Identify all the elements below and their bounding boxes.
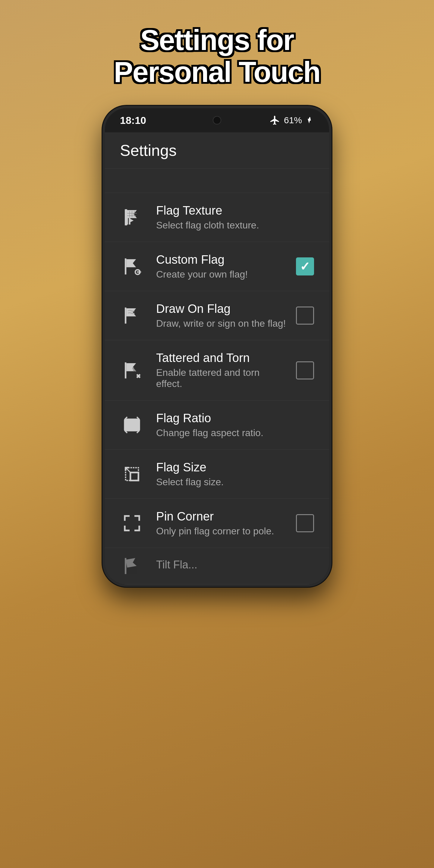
svg-rect-19 bbox=[130, 472, 138, 481]
app-bar: Settings bbox=[105, 132, 329, 169]
battery-bolt-icon bbox=[306, 116, 314, 124]
flag-texture-text: Flag Texture Select flag cloth texture. bbox=[156, 204, 314, 231]
custom-flag-checkbox[interactable] bbox=[296, 257, 314, 276]
draw-flag-subtitle: Draw, write or sign on the flag! bbox=[156, 318, 287, 329]
settings-item-flag-texture[interactable]: Flag Texture Select flag cloth texture. bbox=[105, 193, 329, 242]
flag-size-text: Flag Size Select flag size. bbox=[156, 461, 314, 488]
battery-level: 61% bbox=[284, 115, 302, 125]
app-bar-title: Settings bbox=[120, 142, 177, 159]
flag-ratio-title: Flag Ratio bbox=[156, 411, 314, 425]
svg-rect-6 bbox=[125, 258, 126, 275]
status-time: 18:10 bbox=[120, 115, 146, 126]
tattered-text: Tattered and Torn Enable tattered and to… bbox=[156, 351, 287, 390]
tilt-flag-icon-partial bbox=[120, 554, 144, 578]
flag-size-subtitle: Select flag size. bbox=[156, 476, 314, 488]
tilt-flag-text-partial: Tilt Fla... bbox=[156, 558, 314, 574]
custom-flag-subtitle: Create your own flag! bbox=[156, 269, 287, 280]
tilt-flag-title-partial: Tilt Fla... bbox=[156, 558, 314, 571]
pin-corner-checkbox[interactable] bbox=[296, 514, 314, 532]
custom-flag-icon: + + bbox=[120, 254, 144, 278]
flag-texture-title: Flag Texture bbox=[156, 204, 314, 217]
phone-frame: 18:10 61% Settings bbox=[102, 106, 332, 587]
settings-item-pin-corner[interactable]: Pin Corner Only pin flag corner to pole. bbox=[105, 499, 329, 548]
status-icons: 61% bbox=[270, 115, 314, 126]
custom-flag-title: Custom Flag bbox=[156, 253, 287, 267]
flag-texture-subtitle: Select flag cloth texture. bbox=[156, 220, 314, 231]
draw-flag-text: Draw On Flag Draw, write or sign on the … bbox=[156, 302, 287, 329]
settings-item-draw-on-flag[interactable]: Draw On Flag Draw, write or sign on the … bbox=[105, 291, 329, 340]
tattered-subtitle: Enable tattered and torn effect. bbox=[156, 367, 287, 390]
svg-text:+: + bbox=[136, 269, 140, 276]
flag-ratio-subtitle: Change flag aspect ratio. bbox=[156, 427, 314, 438]
draw-flag-icon bbox=[120, 304, 144, 328]
settings-item-flag-ratio[interactable]: Flag Ratio Change flag aspect ratio. bbox=[105, 401, 329, 450]
draw-flag-title: Draw On Flag bbox=[156, 302, 287, 315]
pin-corner-subtitle: Only pin flag corner to pole. bbox=[156, 526, 287, 537]
flag-size-title: Flag Size bbox=[156, 461, 314, 474]
flag-ratio-icon bbox=[120, 413, 144, 437]
svg-rect-10 bbox=[125, 308, 126, 324]
flag-ratio-text: Flag Ratio Change flag aspect ratio. bbox=[156, 411, 314, 438]
settings-item-tilt-flag-partial[interactable]: Tilt Fla... bbox=[105, 548, 329, 584]
pin-corner-text: Pin Corner Only pin flag corner to pole. bbox=[156, 510, 287, 537]
svg-rect-0 bbox=[125, 210, 126, 225]
tattered-title: Tattered and Torn bbox=[156, 351, 287, 365]
settings-spacer bbox=[105, 169, 329, 193]
settings-item-flag-size[interactable]: Flag Size Select flag size. bbox=[105, 450, 329, 499]
pin-corner-title: Pin Corner bbox=[156, 510, 287, 523]
page-title: Settings for Personal Touch bbox=[114, 24, 320, 88]
pin-corner-icon bbox=[120, 511, 144, 535]
flag-texture-icon bbox=[120, 205, 144, 229]
tattered-checkbox[interactable] bbox=[296, 361, 314, 379]
svg-rect-11 bbox=[125, 362, 126, 378]
svg-rect-14 bbox=[125, 420, 139, 431]
flag-size-icon bbox=[120, 462, 144, 486]
airplane-icon bbox=[270, 115, 280, 126]
settings-item-tattered[interactable]: Tattered and Torn Enable tattered and to… bbox=[105, 340, 329, 401]
settings-list: Flag Texture Select flag cloth texture. … bbox=[105, 193, 329, 584]
custom-flag-text: Custom Flag Create your own flag! bbox=[156, 253, 287, 280]
draw-flag-checkbox[interactable] bbox=[296, 307, 314, 324]
status-bar-camera bbox=[213, 116, 221, 124]
status-bar: 18:10 61% bbox=[105, 108, 329, 132]
tattered-flag-icon bbox=[120, 358, 144, 382]
settings-item-custom-flag[interactable]: + + Custom Flag Create your own flag! bbox=[105, 242, 329, 291]
